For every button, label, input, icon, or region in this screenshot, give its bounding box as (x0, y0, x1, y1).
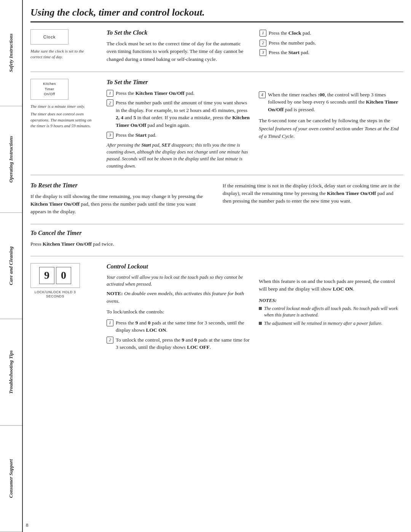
clock-step-3: 3 Press the Start pad. (260, 49, 403, 56)
timer-label-1: Kitchen (43, 81, 56, 87)
lockout-digit-9: 9 (39, 267, 54, 284)
sidebar-label-troubleshooting: Troubleshooting Tips (8, 350, 14, 394)
timer-step-2: 2 Press the number pads until the amount… (107, 99, 251, 129)
timer-steps: 1 Press the Kitchen Timer On/Off pad. 2 … (107, 89, 251, 139)
lockout-digit-0: 0 (56, 267, 71, 284)
timer-caption-2: The timer does not control oven operatio… (30, 111, 95, 129)
timer-step-4-text: When the timer reaches :00, the control … (268, 91, 403, 113)
timer-right-col: 4 When the timer reaches :00, the contro… (259, 79, 403, 169)
timer-right-steps: 4 When the timer reaches :00, the contro… (259, 91, 403, 113)
note-bullet-1 (259, 307, 262, 310)
timer-steps-col: To Set the Timer 1 Press the Kitchen Tim… (107, 79, 259, 169)
lockout-right-text: When this feature is on and the touch pa… (259, 278, 403, 293)
lockout-caption: Lock/Unlock Hold 3 Seconds (30, 290, 80, 299)
lockout-step-num-2: 2 (107, 337, 113, 343)
clock-steps: 1 Press the Clock pad. 2 Press the numbe… (260, 29, 403, 56)
notes-heading: NOTES: (259, 297, 403, 304)
note-bullet-2 (259, 322, 262, 325)
clock-content: To Set the Clock The clock must be set t… (107, 29, 403, 66)
note-2-text: The adjustment will be retained in memor… (264, 320, 382, 327)
note-1-text: The control lockout mode affects all tou… (264, 305, 403, 318)
clock-step-2-text: Press the number pads. (269, 39, 316, 47)
timer-step-1-text: Press the Kitchen Timer On/Off pad. (116, 89, 194, 97)
lockout-image: 9 0 (30, 263, 80, 288)
lockout-italic-note: Your control will allow you to lock out … (107, 274, 251, 288)
timer-caption-1: The timer is a minute timer only. (30, 104, 95, 109)
clock-caption: Make sure the clock is set to the correc… (30, 48, 88, 60)
timer-right-para: The 6-second tone can be canceled by fol… (259, 117, 403, 140)
lockout-step-1-text: Press the 9 and 0 pads at the same time … (116, 319, 251, 334)
clock-step-1: 1 Press the Clock pad. (260, 29, 403, 37)
lockout-step-2-text: To unlock the control, press the 9 and 0… (116, 336, 251, 351)
timer-step-4: 4 When the timer reaches :00, the contro… (259, 91, 403, 113)
lockout-right-col: When this feature is on and the touch pa… (259, 263, 403, 353)
timer-image-area: Kitchen Timer On/Off The timer is a minu… (30, 79, 107, 169)
lockout-step-2: 2 To unlock the control, press the 9 and… (107, 336, 251, 351)
cancel-timer-heading: To Cancel the Timer (30, 230, 403, 236)
sidebar-label-consumer: Consumer Support (8, 459, 14, 498)
set-clock-section: Clock Make sure the clock is set to the … (30, 22, 403, 72)
lockout-image-area: 9 0 Lock/Unlock Hold 3 Seconds (30, 263, 107, 353)
step-num-2: 2 (260, 40, 266, 46)
reset-timer-right: If the remaining time is not in the disp… (223, 182, 403, 219)
page-title: Using the clock, timer and control locko… (30, 0, 403, 22)
set-timer-section: Kitchen Timer On/Off The timer is a minu… (30, 72, 403, 175)
cancel-timer-text: Press Kitchen Timer On/Off pad twice. (30, 240, 403, 248)
reset-timer-right-text: If the remaining time is not in the disp… (223, 182, 403, 205)
sidebar-label-operating: Operating Instructions (8, 136, 14, 182)
timer-step-num-4: 4 (259, 91, 266, 98)
lockout-heading: Control Lockout (107, 263, 251, 270)
clock-body-col: To Set the Clock The clock must be set t… (107, 29, 250, 66)
timer-image: Kitchen Timer On/Off (30, 79, 68, 100)
lockout-steps-col: Control Lockout Your control will allow … (107, 263, 259, 353)
clock-heading: To Set the Clock (107, 29, 250, 36)
lockout-note2: NOTE: On double oven models, this activa… (107, 290, 251, 305)
page-number: 8 (26, 522, 29, 528)
timer-step-3: 3 Press the Start pad. (107, 131, 251, 139)
reset-timer-left: To Reset the Timer If the display is sti… (30, 182, 211, 219)
clock-image: Clock (30, 29, 68, 45)
sidebar-section-consumer: Consumer Support (0, 426, 22, 532)
lockout-step-num-1: 1 (107, 320, 113, 326)
timer-step-3-text: Press the Start pad. (116, 131, 156, 139)
timer-step-num-1: 1 (107, 90, 113, 97)
lockout-intro: To lock/unlock the controls: (107, 308, 251, 316)
sidebar-section-care: Care and Cleaning (0, 213, 22, 319)
timer-label-2: Timer (45, 87, 54, 92)
timer-heading: To Set the Timer (107, 79, 251, 86)
sidebar-section-operating: Operating Instructions (0, 106, 22, 212)
sidebar-section-troubleshooting: Troubleshooting Tips (0, 319, 22, 425)
main-content: Using the clock, timer and control locko… (23, 0, 411, 370)
clock-steps-col: 1 Press the Clock pad. 2 Press the numbe… (260, 29, 403, 66)
timer-label-3: On/Off (44, 92, 55, 97)
reset-timer-heading: To Reset the Timer (30, 182, 211, 189)
clock-label: Clock (43, 35, 56, 39)
clock-step-3-text: Press the Start pad. (269, 49, 309, 56)
sidebar-section-safety: Safety Instructions (0, 0, 22, 106)
reset-timer-section: To Reset the Timer If the display is sti… (30, 175, 403, 225)
timer-step-num-2: 2 (107, 99, 113, 106)
timer-step-num-3: 3 (107, 132, 113, 139)
clock-body-text: The clock must be set to the correct tim… (107, 40, 250, 63)
step-num-1: 1 (260, 30, 266, 37)
sidebar-label-safety: Safety Instructions (8, 34, 14, 72)
clock-image-area: Clock Make sure the clock is set to the … (30, 29, 107, 66)
step-num-3: 3 (260, 49, 266, 56)
timer-italic-note: After pressing the Start pad, SET disapp… (107, 142, 251, 169)
control-lockout-section: 9 0 Lock/Unlock Hold 3 Seconds Control L… (30, 256, 403, 359)
timer-caption: The timer is a minute timer only. The ti… (30, 104, 95, 129)
timer-step-2-text: Press the number pads until the amount o… (116, 99, 251, 129)
sidebar-label-care: Care and Cleaning (8, 246, 14, 285)
cancel-timer-section: To Cancel the Timer Press Kitchen Timer … (30, 224, 403, 256)
note-1: The control lockout mode affects all tou… (259, 305, 403, 318)
note-2: The adjustment will be retained in memor… (259, 320, 403, 327)
clock-step-1-text: Press the Clock pad. (269, 29, 311, 37)
sidebar: Safety Instructions Operating Instructio… (0, 0, 23, 532)
clock-step-2: 2 Press the number pads. (260, 39, 403, 47)
lockout-step-1: 1 Press the 9 and 0 pads at the same tim… (107, 319, 251, 334)
lockout-steps: 1 Press the 9 and 0 pads at the same tim… (107, 319, 251, 351)
reset-timer-left-text: If the display is still showing the time… (30, 193, 211, 216)
timer-step-1: 1 Press the Kitchen Timer On/Off pad. (107, 89, 251, 97)
